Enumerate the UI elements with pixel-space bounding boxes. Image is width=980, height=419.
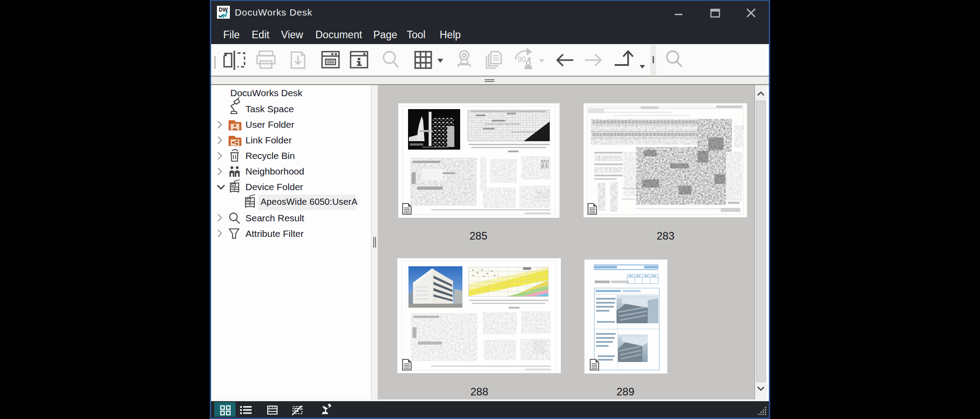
svg-text:90: 90 xyxy=(518,55,526,64)
svg-text:289: 289 xyxy=(617,386,634,398)
svg-text:288: 288 xyxy=(470,386,488,398)
svg-text:285: 285 xyxy=(470,230,487,242)
svg-text:283: 283 xyxy=(657,230,674,242)
